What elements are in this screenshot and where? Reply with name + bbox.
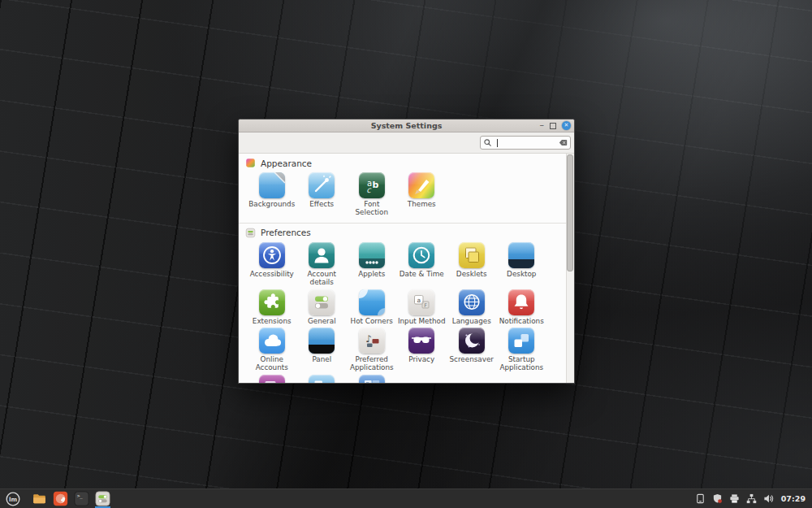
- brush-icon: [408, 172, 434, 198]
- bell-icon: [508, 289, 534, 315]
- text-caret: [497, 139, 498, 147]
- settings-item-window-tiling[interactable]: Window Tiling: [297, 375, 348, 383]
- launcher-files[interactable]: [31, 489, 48, 508]
- section-preferences: PreferencesAccessibilityAccount detailsA…: [239, 223, 574, 383]
- item-label: Accessibility: [250, 270, 294, 278]
- settings-item-effects[interactable]: Effects: [297, 172, 348, 217]
- item-label: Effects: [309, 200, 334, 208]
- update-manager-icon[interactable]: [712, 493, 723, 504]
- svg-text:lm: lm: [8, 495, 16, 502]
- launcher-firefox[interactable]: [52, 489, 69, 508]
- item-label: Desktop: [507, 270, 536, 278]
- settings-item-workspaces[interactable]: Workspaces: [347, 375, 397, 383]
- item-label: Preferred Applications: [347, 355, 397, 372]
- close-button[interactable]: ✕: [562, 121, 571, 130]
- clock-icon: [408, 242, 434, 268]
- preferences-mini-icon: [245, 228, 256, 238]
- settings-item-font-selection[interactable]: abcFont Selection: [347, 172, 397, 217]
- settings-item-accessibility[interactable]: Accessibility: [247, 242, 297, 287]
- desktop: System Settings – ✕ AppearanceBackground…: [0, 0, 812, 508]
- item-label: Hot Corners: [351, 317, 393, 325]
- item-label: Account details: [297, 270, 348, 287]
- item-label: Screensaver: [450, 355, 494, 363]
- settings-item-desklets[interactable]: Desklets: [447, 242, 497, 287]
- person-icon: [309, 242, 335, 268]
- printer-icon[interactable]: [729, 493, 740, 504]
- item-label: Extensions: [253, 317, 292, 325]
- settings-item-account-details[interactable]: Account details: [297, 242, 348, 287]
- squares-icon: [508, 328, 534, 354]
- section-header-preferences: Preferences: [239, 224, 574, 240]
- settings-item-startup-applications[interactable]: Startup Applications: [497, 328, 547, 372]
- launcher-system-settings[interactable]: [94, 489, 111, 508]
- input-chars-icon: aF: [408, 289, 434, 315]
- system-settings-window: System Settings – ✕ AppearanceBackground…: [238, 119, 575, 384]
- svg-text:b: b: [372, 180, 378, 190]
- apps-icon: ♪: [359, 328, 385, 354]
- taskbar-launchers: lm>_: [4, 489, 111, 508]
- band-navy-icon: [508, 242, 534, 268]
- scrollbar-thumb[interactable]: [567, 154, 573, 271]
- settings-item-desktop[interactable]: Desktop: [497, 242, 547, 287]
- window-title: System Settings: [239, 119, 574, 132]
- settings-item-general[interactable]: General: [297, 289, 348, 325]
- quadrants-icon: [359, 375, 385, 383]
- system-tray: [695, 493, 774, 504]
- fonts-icon: abc: [359, 172, 385, 198]
- clear-search-icon[interactable]: [559, 138, 568, 147]
- settings-item-screensaver[interactable]: Screensaver: [447, 328, 497, 372]
- settings-item-backgrounds[interactable]: Backgrounds: [247, 172, 297, 217]
- windows-stack-icon: [259, 375, 285, 383]
- item-label: Applets: [358, 270, 385, 278]
- network-icon[interactable]: [746, 493, 757, 504]
- settings-item-preferred-applications[interactable]: ♪Preferred Applications: [347, 328, 397, 372]
- section-appearance: AppearanceBackgroundsEffectsabcFont Sele…: [239, 154, 574, 220]
- search-input[interactable]: [480, 136, 571, 150]
- minimize-button[interactable]: –: [540, 123, 545, 129]
- settings-item-notifications[interactable]: Notifications: [497, 289, 547, 325]
- scrollbar[interactable]: [566, 154, 574, 383]
- settings-item-hot-corners[interactable]: Hot Corners: [347, 289, 397, 325]
- item-label: Startup Applications: [497, 355, 547, 372]
- settings-sections: AppearanceBackgroundsEffectsabcFont Sele…: [239, 154, 574, 383]
- item-label: General: [308, 317, 336, 325]
- settings-item-windows[interactable]: Windows: [247, 375, 297, 383]
- settings-item-panel[interactable]: Panel: [297, 328, 348, 372]
- puzzle-icon: [259, 289, 285, 315]
- item-label: Panel: [312, 355, 331, 363]
- mask-icon: [408, 328, 434, 354]
- band-black-icon: [309, 328, 335, 354]
- cloud-icon: [259, 328, 285, 354]
- search-area: [239, 132, 574, 154]
- settings-item-languages[interactable]: Languages: [447, 289, 497, 325]
- item-label: Font Selection: [347, 200, 397, 217]
- taskbar: lm>_ 07:29: [0, 488, 812, 508]
- settings-item-themes[interactable]: Themes: [397, 172, 447, 217]
- titlebar[interactable]: System Settings – ✕: [239, 119, 574, 132]
- settings-item-extensions[interactable]: Extensions: [247, 289, 297, 325]
- maximize-button[interactable]: [550, 123, 556, 129]
- launcher-terminal[interactable]: >_: [73, 489, 90, 508]
- clock[interactable]: 07:29: [781, 494, 806, 503]
- svg-text:a: a: [417, 296, 421, 303]
- workspace-applet-icon[interactable]: [695, 493, 706, 504]
- settings-item-input-method[interactable]: aFInput Method: [397, 289, 447, 325]
- dots-row-icon: [359, 242, 385, 268]
- volume-icon[interactable]: [763, 493, 774, 504]
- moon-stars-icon: [459, 328, 485, 354]
- search-icon: [483, 138, 492, 147]
- section-header-appearance: Appearance: [239, 154, 574, 170]
- item-label: Languages: [452, 317, 491, 325]
- launcher-menu[interactable]: lm: [4, 489, 21, 508]
- section-grid-appearance: BackgroundsEffectsabcFont SelectionTheme…: [239, 170, 574, 220]
- item-label: Privacy: [408, 355, 434, 363]
- settings-item-applets[interactable]: Applets: [347, 242, 397, 287]
- wand-icon: [309, 172, 335, 198]
- item-label: Date & Time: [400, 270, 444, 278]
- settings-item-privacy[interactable]: Privacy: [397, 328, 447, 372]
- note-icon: [459, 242, 485, 268]
- settings-item-date-time[interactable]: Date & Time: [397, 242, 447, 287]
- section-label: Appearance: [261, 158, 312, 168]
- settings-item-online-accounts[interactable]: Online Accounts: [247, 328, 297, 372]
- section-label: Preferences: [261, 228, 311, 237]
